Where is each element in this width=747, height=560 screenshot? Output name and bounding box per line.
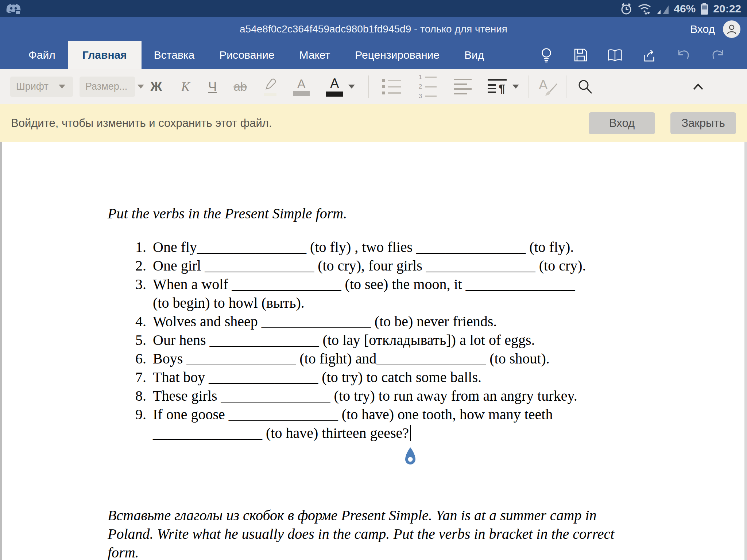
font-name-dropdown[interactable]: Шрифт	[10, 77, 73, 97]
find-button[interactable]	[577, 74, 593, 100]
font-name-value: Шрифт	[16, 81, 49, 92]
bullet-list-icon	[382, 79, 401, 94]
signal-strength-icon	[656, 3, 669, 15]
clock-time: 20:22	[713, 3, 741, 15]
tell-me-button[interactable]	[538, 47, 554, 63]
list-item: 6. Boys _______________ (to fight) and__…	[129, 349, 744, 368]
title-bar: a54e8f0c2c364f459adc980b1fd945d9 - тольк…	[0, 17, 747, 41]
save-icon	[573, 47, 588, 63]
ribbon-tab-bar: Файл Главная Вставка Рисование Макет Рец…	[0, 41, 747, 69]
italic-button[interactable]: К	[181, 74, 190, 100]
font-size-dropdown[interactable]: Размер...	[80, 77, 135, 97]
open-book-icon	[607, 47, 623, 63]
tab-view[interactable]: Вид	[452, 41, 496, 69]
share-icon	[641, 47, 657, 63]
toolbar-divider	[368, 75, 369, 98]
bold-button[interactable]: Ж	[150, 74, 162, 100]
battery-percent: 46%	[674, 3, 696, 15]
document-title: a54e8f0c2c364f459adc980b1fd945d9 - тольк…	[240, 23, 507, 35]
list-item: 5. Our hens _______________ (to lay [отк…	[129, 331, 744, 349]
lightbulb-icon	[539, 47, 554, 63]
alarm-clock-icon	[620, 2, 633, 15]
collapse-ribbon-button[interactable]	[692, 74, 704, 100]
banner-close-button[interactable]: Закрыть	[670, 112, 736, 134]
toolbar-divider	[566, 75, 566, 98]
chevron-up-icon	[692, 83, 704, 90]
tab-layout[interactable]: Макет	[287, 41, 342, 69]
text-highlight-color-button[interactable]: A	[293, 74, 310, 100]
exercise-list: 1. One fly_______________ (to fly) , two…	[129, 238, 744, 442]
list-item: 8. These girls _______________ (to try) …	[129, 386, 744, 405]
list-item-text: _______________ (to have) thirteen geese…	[153, 425, 409, 441]
highlight-color-bar	[293, 91, 310, 96]
person-icon	[725, 23, 738, 35]
strikethrough-button[interactable]: ab	[233, 74, 247, 100]
wifi-icon	[637, 2, 652, 15]
search-icon	[577, 78, 593, 95]
formatting-toolbar: Шрифт Размер... Ж К Ч ab A	[0, 69, 747, 104]
list-item: 7. That boy _______________ (to try) to …	[129, 368, 744, 386]
align-left-icon	[454, 79, 472, 94]
chevron-down-icon	[59, 85, 65, 89]
numbered-list-icon: 1 2 3	[418, 74, 437, 99]
undo-icon	[676, 48, 691, 62]
redo-button[interactable]	[710, 47, 726, 63]
text-cursor	[410, 425, 411, 441]
chevron-down-icon	[138, 85, 144, 89]
tab-file[interactable]: Файл	[16, 41, 68, 69]
font-color-button[interactable]: A	[326, 74, 355, 100]
closing-paragraph: Вставьте глаголы из скобок в форме Prese…	[108, 506, 744, 560]
sign-in-banner: Войдите, чтобы изменить и сохранить этот…	[0, 104, 747, 142]
exercise-heading: Put the verbs in the Present Simple form…	[108, 205, 744, 222]
highlighter-pen-icon	[262, 77, 278, 92]
list-item: 3. When a wolf _______________ (to see) …	[129, 275, 744, 312]
discord-notification-icon	[6, 2, 22, 15]
highlighter-button[interactable]	[262, 74, 278, 100]
numbered-list-button[interactable]: 1 2 3	[418, 74, 437, 100]
list-item: 4. Wolves and sheep _______________ (to …	[129, 312, 744, 331]
format-painter-button[interactable]: A	[539, 74, 558, 100]
bullet-list-button[interactable]	[382, 74, 401, 100]
banner-message: Войдите, чтобы изменить и сохранить этот…	[11, 117, 272, 130]
list-item: 2. One girl _______________ (to cry), fo…	[129, 256, 744, 275]
banner-sign-in-button[interactable]: Вход	[589, 112, 655, 134]
tab-review[interactable]: Рецензирование	[342, 41, 452, 69]
document-canvas[interactable]: Put the verbs in the Present Simple form…	[0, 142, 747, 560]
account-avatar[interactable]	[723, 20, 740, 38]
tab-home[interactable]: Главная	[68, 41, 142, 69]
chevron-down-icon	[512, 85, 519, 89]
undo-button[interactable]	[676, 47, 692, 63]
battery-icon	[700, 2, 709, 15]
highlight-letter: A	[297, 78, 305, 90]
font-color-letter: A	[330, 77, 339, 90]
paragraph-marks-icon: ¶	[488, 79, 519, 94]
tab-draw[interactable]: Рисование	[207, 41, 287, 69]
share-button[interactable]	[641, 47, 657, 63]
highlighter-color-bar	[264, 93, 276, 96]
save-button[interactable]	[573, 47, 589, 63]
underline-button[interactable]: Ч	[208, 74, 217, 100]
read-mode-button[interactable]	[607, 47, 623, 63]
toolbar-divider	[529, 75, 529, 98]
paragraph-formatting-button[interactable]: ¶	[488, 74, 519, 100]
android-status-bar: 46% 20:22	[0, 0, 747, 17]
cursor-drag-handle[interactable]	[404, 447, 417, 471]
sign-in-link[interactable]: Вход	[690, 23, 715, 35]
word-mobile-app: 46% 20:22 a54e8f0c2c364f459adc980b1fd945…	[0, 0, 747, 560]
align-left-button[interactable]	[454, 74, 472, 100]
tab-insert[interactable]: Вставка	[142, 41, 207, 69]
font-color-bar	[326, 92, 343, 97]
format-painter-icon: A	[539, 77, 558, 97]
list-item: 1. One fly_______________ (to fly) , two…	[129, 238, 744, 256]
list-item: 9. If one goose _______________ (to have…	[129, 405, 744, 442]
chevron-down-icon	[348, 85, 355, 89]
font-size-value: Размер...	[85, 81, 127, 92]
redo-icon	[710, 48, 725, 62]
